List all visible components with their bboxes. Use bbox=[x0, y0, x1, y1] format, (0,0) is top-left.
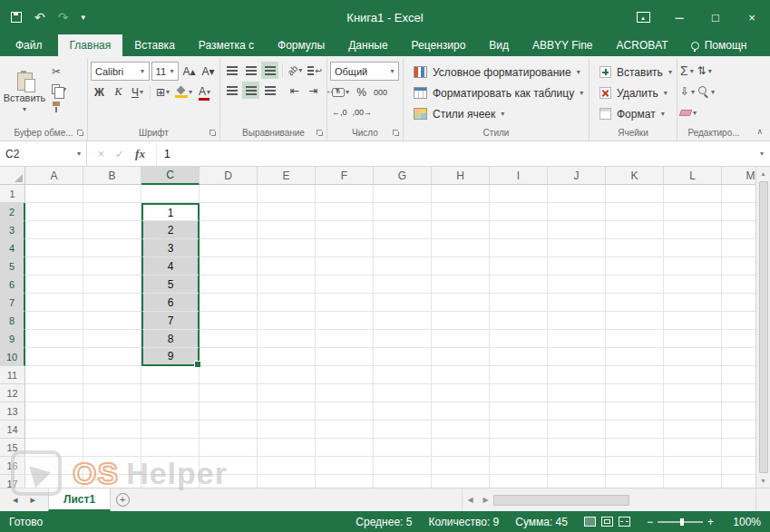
cell-G10[interactable] bbox=[374, 348, 432, 366]
cell-F2[interactable] bbox=[316, 203, 374, 221]
cell-J11[interactable] bbox=[548, 366, 606, 384]
cell-E9[interactable] bbox=[258, 330, 316, 348]
enter-button[interactable]: ✓ bbox=[115, 148, 124, 160]
cell-G16[interactable] bbox=[374, 457, 432, 475]
cell-E6[interactable] bbox=[258, 276, 316, 294]
horizontal-scrollbar[interactable]: ◀ ▶ bbox=[462, 488, 755, 511]
cell-A5[interactable] bbox=[25, 257, 83, 276]
formula-input[interactable]: 1 bbox=[156, 141, 754, 166]
sheet-tab-list1[interactable]: Лист1 bbox=[48, 488, 111, 511]
cell-E4[interactable] bbox=[258, 239, 316, 257]
cell-C3[interactable]: 2 bbox=[141, 221, 200, 239]
cell-E10[interactable] bbox=[258, 348, 316, 366]
cell-K16[interactable] bbox=[606, 457, 664, 475]
cell-J15[interactable] bbox=[548, 439, 606, 457]
cell-H8[interactable] bbox=[432, 312, 490, 330]
dialog-launcher-icon[interactable] bbox=[317, 130, 324, 137]
cell-J1[interactable] bbox=[548, 185, 606, 203]
cell-B17[interactable] bbox=[83, 475, 141, 488]
cell-K15[interactable] bbox=[606, 439, 664, 457]
format-painter-button[interactable] bbox=[52, 100, 66, 115]
cell-G12[interactable] bbox=[374, 384, 432, 402]
cell-J12[interactable] bbox=[548, 384, 606, 402]
cell-F1[interactable] bbox=[316, 185, 374, 203]
cell-B10[interactable] bbox=[83, 348, 141, 366]
cell-A17[interactable] bbox=[25, 475, 83, 488]
row-header-17[interactable]: 17 bbox=[0, 475, 25, 488]
zoom-out-button[interactable]: − bbox=[647, 516, 653, 528]
cell-E12[interactable] bbox=[258, 384, 316, 402]
cell-L11[interactable] bbox=[664, 366, 722, 384]
cell-M12[interactable] bbox=[722, 384, 755, 402]
align-left-button[interactable] bbox=[223, 82, 240, 99]
cell-H13[interactable] bbox=[432, 402, 490, 421]
orientation-button[interactable]: ab▾ bbox=[287, 62, 304, 79]
insert-cells-button[interactable]: Вставить▾ bbox=[592, 63, 674, 82]
number-format-select[interactable]: Общий▾ bbox=[330, 62, 399, 81]
zoom-slider[interactable] bbox=[658, 521, 703, 523]
fill-color-button[interactable]: ▾ bbox=[173, 83, 194, 101]
cell-A6[interactable] bbox=[25, 276, 83, 294]
cell-I3[interactable] bbox=[490, 221, 548, 239]
close-button[interactable]: × bbox=[734, 0, 770, 34]
cell-J16[interactable] bbox=[548, 457, 606, 475]
cell-G9[interactable] bbox=[374, 330, 432, 348]
decrease-indent-button[interactable]: ⇤ bbox=[286, 82, 303, 99]
cell-F4[interactable] bbox=[316, 239, 374, 257]
cell-B12[interactable] bbox=[83, 384, 141, 402]
cell-C1[interactable] bbox=[141, 185, 200, 203]
column-header-M[interactable]: M bbox=[722, 167, 755, 185]
cell-H4[interactable] bbox=[432, 239, 490, 257]
sheet-nav-next-icon[interactable]: ▸ bbox=[31, 494, 36, 506]
redo-button[interactable]: ↷ bbox=[58, 11, 69, 24]
cell-I6[interactable] bbox=[490, 276, 548, 294]
cell-D10[interactable] bbox=[200, 348, 258, 366]
cell-K11[interactable] bbox=[606, 366, 664, 384]
cell-styles-button[interactable]: Стили ячеек▾ bbox=[406, 104, 586, 124]
cell-L7[interactable] bbox=[664, 294, 722, 312]
cell-H14[interactable] bbox=[432, 421, 490, 439]
cell-C2[interactable]: 1 bbox=[141, 203, 200, 221]
cancel-button[interactable]: × bbox=[98, 148, 104, 160]
cell-C7[interactable]: 6 bbox=[141, 294, 200, 312]
cell-F11[interactable] bbox=[316, 366, 374, 384]
undo-button[interactable]: ↶ bbox=[34, 11, 45, 24]
percent-style-button[interactable]: % bbox=[353, 83, 370, 101]
zoom-in-button[interactable]: + bbox=[707, 516, 714, 528]
cell-D16[interactable] bbox=[200, 457, 258, 475]
cell-G11[interactable] bbox=[374, 366, 432, 384]
cell-B7[interactable] bbox=[83, 294, 141, 312]
align-bottom-button[interactable] bbox=[261, 62, 278, 79]
column-header-G[interactable]: G bbox=[374, 167, 432, 185]
cell-M15[interactable] bbox=[722, 439, 755, 457]
cell-E1[interactable] bbox=[258, 185, 316, 203]
cell-I10[interactable] bbox=[490, 348, 548, 366]
cell-B2[interactable] bbox=[83, 203, 141, 221]
cell-E3[interactable] bbox=[258, 221, 316, 239]
cell-J3[interactable] bbox=[548, 221, 606, 239]
cell-B16[interactable] bbox=[83, 457, 141, 475]
cell-A14[interactable] bbox=[25, 421, 83, 439]
cell-D2[interactable] bbox=[200, 203, 258, 221]
delete-cells-button[interactable]: Удалить▾ bbox=[592, 83, 674, 103]
cell-H3[interactable] bbox=[432, 221, 490, 239]
sheet-grid[interactable]: ABCDEFGHIJKLM 12132435465768798109111213… bbox=[0, 167, 755, 488]
select-all-corner[interactable] bbox=[0, 167, 25, 185]
cell-H1[interactable] bbox=[432, 185, 490, 203]
column-header-D[interactable]: D bbox=[200, 167, 258, 185]
cell-M14[interactable] bbox=[722, 421, 755, 439]
zoom-slider-thumb[interactable] bbox=[680, 518, 684, 526]
cell-I11[interactable] bbox=[490, 366, 548, 384]
cell-I1[interactable] bbox=[490, 185, 548, 203]
cell-A11[interactable] bbox=[25, 366, 83, 384]
conditional-formatting-button[interactable]: Условное форматирование▾ bbox=[406, 63, 586, 82]
row-header-16[interactable]: 16 bbox=[0, 457, 25, 475]
customize-qat-button[interactable]: ▾ bbox=[81, 14, 85, 22]
cell-A13[interactable] bbox=[25, 402, 83, 421]
cell-F17[interactable] bbox=[316, 475, 374, 488]
cell-H11[interactable] bbox=[432, 366, 490, 384]
cell-L5[interactable] bbox=[664, 257, 722, 276]
cell-I8[interactable] bbox=[490, 312, 548, 330]
cell-J14[interactable] bbox=[548, 421, 606, 439]
cell-E13[interactable] bbox=[258, 402, 316, 421]
